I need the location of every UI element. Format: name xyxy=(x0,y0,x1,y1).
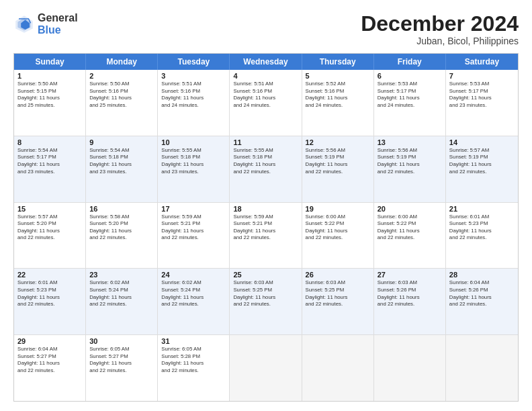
header-day-monday: Monday xyxy=(86,54,158,70)
day-number: 19 xyxy=(306,205,370,213)
day-cell-17: 17Sunrise: 5:59 AM Sunset: 5:21 PM Dayli… xyxy=(158,203,230,269)
day-number: 4 xyxy=(233,72,298,80)
day-info: Sunrise: 6:05 AM Sunset: 5:27 PM Dayligh… xyxy=(89,346,154,374)
day-info: Sunrise: 6:01 AM Sunset: 5:23 PM Dayligh… xyxy=(449,214,515,242)
month-title: December 2024 xyxy=(361,12,519,36)
day-cell-6: 6Sunrise: 5:53 AM Sunset: 5:17 PM Daylig… xyxy=(374,70,446,136)
header: General Blue December 2024 Juban, Bicol,… xyxy=(13,12,519,46)
logo-general-text: General xyxy=(38,12,78,24)
day-cell-18: 18Sunrise: 5:59 AM Sunset: 5:21 PM Dayli… xyxy=(230,203,302,269)
day-info: Sunrise: 6:03 AM Sunset: 5:25 PM Dayligh… xyxy=(306,279,370,308)
day-number: 16 xyxy=(89,205,154,213)
day-info: Sunrise: 6:03 AM Sunset: 5:25 PM Dayligh… xyxy=(233,279,298,308)
calendar-row-2: 8Sunrise: 5:54 AM Sunset: 5:17 PM Daylig… xyxy=(14,136,518,202)
day-info: Sunrise: 5:59 AM Sunset: 5:21 PM Dayligh… xyxy=(233,214,298,242)
day-info: Sunrise: 6:00 AM Sunset: 5:22 PM Dayligh… xyxy=(306,214,370,242)
day-info: Sunrise: 5:54 AM Sunset: 5:18 PM Dayligh… xyxy=(89,147,154,175)
day-cell-1: 1Sunrise: 5:50 AM Sunset: 5:15 PM Daylig… xyxy=(14,70,86,136)
day-number: 20 xyxy=(378,205,442,213)
header-day-wednesday: Wednesday xyxy=(230,54,302,70)
logo-blue-text: Blue xyxy=(38,24,78,36)
day-info: Sunrise: 5:55 AM Sunset: 5:18 PM Dayligh… xyxy=(233,147,298,175)
day-cell-7: 7Sunrise: 5:53 AM Sunset: 5:17 PM Daylig… xyxy=(446,70,518,136)
day-number: 7 xyxy=(449,72,515,80)
day-info: Sunrise: 6:04 AM Sunset: 5:27 PM Dayligh… xyxy=(17,346,82,374)
header-day-friday: Friday xyxy=(374,54,446,70)
page: General Blue December 2024 Juban, Bicol,… xyxy=(0,0,532,411)
day-info: Sunrise: 5:53 AM Sunset: 5:17 PM Dayligh… xyxy=(378,81,442,109)
day-number: 9 xyxy=(89,138,154,146)
day-cell-4: 4Sunrise: 5:51 AM Sunset: 5:16 PM Daylig… xyxy=(230,70,302,136)
calendar-body: 1Sunrise: 5:50 AM Sunset: 5:15 PM Daylig… xyxy=(14,70,518,401)
logo-icon xyxy=(13,13,35,35)
day-info: Sunrise: 6:02 AM Sunset: 5:24 PM Dayligh… xyxy=(161,279,226,308)
day-cell-3: 3Sunrise: 5:51 AM Sunset: 5:16 PM Daylig… xyxy=(158,70,230,136)
calendar: SundayMondayTuesdayWednesdayThursdayFrid… xyxy=(13,53,519,402)
day-number: 10 xyxy=(161,138,226,146)
day-cell-20: 20Sunrise: 6:00 AM Sunset: 5:22 PM Dayli… xyxy=(374,203,446,269)
title-block: December 2024 Juban, Bicol, Philippines xyxy=(361,12,519,46)
day-number: 8 xyxy=(17,138,82,146)
location-subtitle: Juban, Bicol, Philippines xyxy=(361,36,519,46)
day-info: Sunrise: 5:50 AM Sunset: 5:16 PM Dayligh… xyxy=(89,81,154,109)
day-info: Sunrise: 5:55 AM Sunset: 5:18 PM Dayligh… xyxy=(161,147,226,175)
day-number: 18 xyxy=(233,205,298,213)
logo-text: General Blue xyxy=(38,12,78,36)
day-info: Sunrise: 6:03 AM Sunset: 5:26 PM Dayligh… xyxy=(378,279,442,308)
header-day-tuesday: Tuesday xyxy=(158,54,230,70)
day-cell-23: 23Sunrise: 6:02 AM Sunset: 5:24 PM Dayli… xyxy=(86,269,158,334)
day-cell-27: 27Sunrise: 6:03 AM Sunset: 5:26 PM Dayli… xyxy=(374,269,446,334)
day-number: 13 xyxy=(378,138,442,146)
day-info: Sunrise: 5:51 AM Sunset: 5:16 PM Dayligh… xyxy=(161,81,226,109)
day-cell-26: 26Sunrise: 6:03 AM Sunset: 5:25 PM Dayli… xyxy=(302,269,374,334)
day-info: Sunrise: 6:00 AM Sunset: 5:22 PM Dayligh… xyxy=(378,214,442,242)
day-info: Sunrise: 6:04 AM Sunset: 5:26 PM Dayligh… xyxy=(449,279,515,308)
day-number: 29 xyxy=(17,337,82,345)
day-cell-2: 2Sunrise: 5:50 AM Sunset: 5:16 PM Daylig… xyxy=(86,70,158,136)
day-info: Sunrise: 6:01 AM Sunset: 5:23 PM Dayligh… xyxy=(17,279,82,308)
header-day-thursday: Thursday xyxy=(302,54,374,70)
day-number: 22 xyxy=(17,271,82,279)
day-info: Sunrise: 5:50 AM Sunset: 5:15 PM Dayligh… xyxy=(17,81,82,109)
day-number: 30 xyxy=(89,337,154,345)
empty-cell-4-3 xyxy=(230,335,302,401)
day-cell-14: 14Sunrise: 5:57 AM Sunset: 5:19 PM Dayli… xyxy=(446,136,518,202)
day-number: 31 xyxy=(161,337,226,345)
day-number: 2 xyxy=(89,72,154,80)
empty-cell-4-5 xyxy=(374,335,446,401)
calendar-row-5: 29Sunrise: 6:04 AM Sunset: 5:27 PM Dayli… xyxy=(14,334,518,401)
day-cell-15: 15Sunrise: 5:57 AM Sunset: 5:20 PM Dayli… xyxy=(14,203,86,269)
day-info: Sunrise: 5:57 AM Sunset: 5:20 PM Dayligh… xyxy=(17,214,82,242)
day-info: Sunrise: 6:02 AM Sunset: 5:24 PM Dayligh… xyxy=(89,279,154,308)
day-number: 23 xyxy=(89,271,154,279)
calendar-row-3: 15Sunrise: 5:57 AM Sunset: 5:20 PM Dayli… xyxy=(14,202,518,269)
header-day-saturday: Saturday xyxy=(446,54,518,70)
day-number: 26 xyxy=(306,271,370,279)
calendar-row-4: 22Sunrise: 6:01 AM Sunset: 5:23 PM Dayli… xyxy=(14,268,518,334)
day-info: Sunrise: 5:53 AM Sunset: 5:17 PM Dayligh… xyxy=(449,81,515,109)
day-info: Sunrise: 5:56 AM Sunset: 5:19 PM Dayligh… xyxy=(378,147,442,175)
day-cell-13: 13Sunrise: 5:56 AM Sunset: 5:19 PM Dayli… xyxy=(374,136,446,202)
day-cell-19: 19Sunrise: 6:00 AM Sunset: 5:22 PM Dayli… xyxy=(302,203,374,269)
day-cell-11: 11Sunrise: 5:55 AM Sunset: 5:18 PM Dayli… xyxy=(230,136,302,202)
day-cell-30: 30Sunrise: 6:05 AM Sunset: 5:27 PM Dayli… xyxy=(86,335,158,401)
calendar-row-1: 1Sunrise: 5:50 AM Sunset: 5:15 PM Daylig… xyxy=(14,70,518,136)
day-cell-10: 10Sunrise: 5:55 AM Sunset: 5:18 PM Dayli… xyxy=(158,136,230,202)
day-info: Sunrise: 5:51 AM Sunset: 5:16 PM Dayligh… xyxy=(233,81,298,109)
day-cell-9: 9Sunrise: 5:54 AM Sunset: 5:18 PM Daylig… xyxy=(86,136,158,202)
day-info: Sunrise: 5:54 AM Sunset: 5:17 PM Dayligh… xyxy=(17,147,82,175)
day-cell-24: 24Sunrise: 6:02 AM Sunset: 5:24 PM Dayli… xyxy=(158,269,230,334)
day-number: 24 xyxy=(161,271,226,279)
day-cell-12: 12Sunrise: 5:56 AM Sunset: 5:19 PM Dayli… xyxy=(302,136,374,202)
day-cell-31: 31Sunrise: 6:05 AM Sunset: 5:28 PM Dayli… xyxy=(158,335,230,401)
day-cell-22: 22Sunrise: 6:01 AM Sunset: 5:23 PM Dayli… xyxy=(14,269,86,334)
header-day-sunday: Sunday xyxy=(14,54,86,70)
empty-cell-4-4 xyxy=(302,335,374,401)
day-info: Sunrise: 5:52 AM Sunset: 5:16 PM Dayligh… xyxy=(306,81,370,109)
day-cell-8: 8Sunrise: 5:54 AM Sunset: 5:17 PM Daylig… xyxy=(14,136,86,202)
day-info: Sunrise: 5:59 AM Sunset: 5:21 PM Dayligh… xyxy=(161,214,226,242)
day-info: Sunrise: 5:56 AM Sunset: 5:19 PM Dayligh… xyxy=(306,147,370,175)
day-number: 25 xyxy=(233,271,298,279)
day-number: 17 xyxy=(161,205,226,213)
calendar-header: SundayMondayTuesdayWednesdayThursdayFrid… xyxy=(14,54,518,70)
